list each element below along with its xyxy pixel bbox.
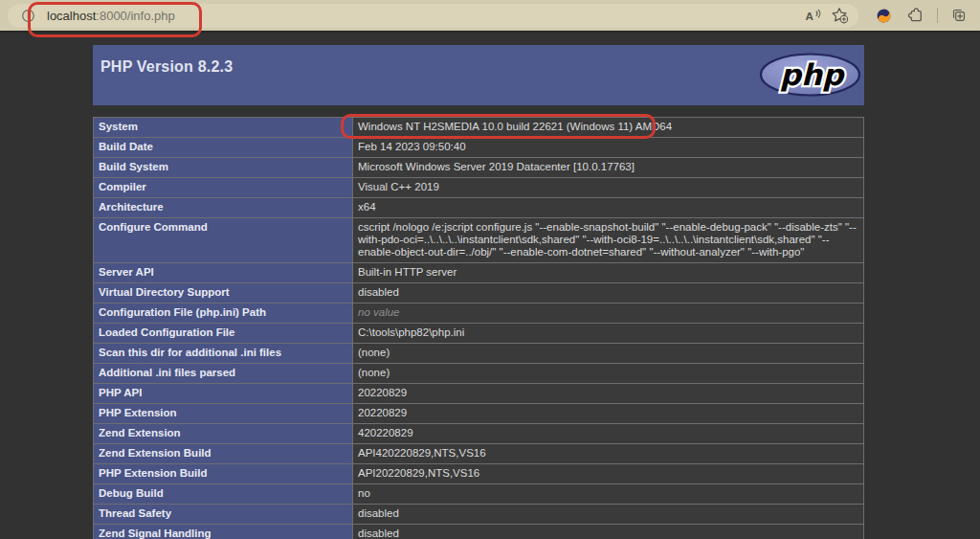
row-value: Built-in HTTP server [353, 263, 864, 283]
table-row: Server APIBuilt-in HTTP server [94, 263, 864, 283]
table-row: Zend Extension BuildAPI420220829,NTS,VS1… [94, 444, 864, 464]
row-label: Zend Extension Build [94, 444, 353, 464]
row-value: 20220829 [353, 404, 864, 424]
browser-toolbar: localhost:8000/info.php A [0, 0, 980, 31]
row-label: PHP API [94, 384, 353, 404]
read-aloud-icon[interactable]: A [801, 4, 824, 27]
row-label: PHP Extension [94, 404, 353, 424]
table-row: PHP Extension BuildAPI20220829,NTS,VS16 [94, 464, 864, 484]
table-row: Architecturex64 [94, 198, 864, 218]
php-logo: php [759, 53, 861, 97]
row-label: System [94, 118, 353, 138]
row-label: Compiler [94, 178, 353, 198]
table-row: PHP API20220829 [94, 384, 864, 404]
phpinfo-header: PHP Version 8.2.3 php [93, 45, 864, 105]
table-row: Additional .ini files parsed(none) [94, 364, 864, 384]
row-value: API420220829,NTS,VS16 [353, 444, 864, 464]
row-label: Zend Extension [94, 424, 353, 444]
toolbar-divider [937, 8, 938, 23]
row-label: Build System [94, 158, 353, 178]
row-label: Configuration File (php.ini) Path [94, 303, 353, 324]
row-value: Windows NT H2SMEDIA 10.0 build 22621 (Wi… [353, 118, 864, 138]
row-label: Configure Command [94, 218, 353, 263]
row-value: C:\tools\php82\php.ini [353, 324, 864, 344]
row-value: Visual C++ 2019 [353, 178, 864, 198]
table-row: Configure Commandcscript /nologo /e:jscr… [94, 218, 864, 263]
row-value: Microsoft Windows Server 2019 Datacenter… [353, 158, 864, 178]
table-row: Build DateFeb 14 2023 09:50:40 [94, 138, 864, 158]
table-row: PHP Extension20220829 [94, 404, 864, 424]
row-value: disabled [353, 525, 864, 539]
row-value: API20220829,NTS,VS16 [353, 464, 864, 484]
row-label: Thread Safety [94, 505, 353, 525]
table-row: SystemWindows NT H2SMEDIA 10.0 build 226… [94, 118, 864, 138]
row-label: Loaded Configuration File [94, 324, 353, 344]
row-label: Architecture [94, 198, 353, 218]
phpinfo-content: PHP Version 8.2.3 php SystemWindows NT H… [93, 45, 864, 539]
table-row: CompilerVisual C++ 2019 [94, 178, 864, 198]
table-row: Debug Buildno [94, 484, 864, 505]
url-text: localhost:8000/info.php [47, 9, 175, 23]
row-value: no value [353, 303, 864, 324]
add-favorites-icon[interactable] [828, 4, 851, 27]
table-row: Build SystemMicrosoft Windows Server 201… [94, 158, 864, 178]
toolbar-right-actions [872, 4, 970, 27]
row-label: PHP Extension Build [94, 464, 353, 484]
row-value: x64 [353, 198, 864, 218]
phpinfo-table-body: SystemWindows NT H2SMEDIA 10.0 build 226… [94, 118, 864, 539]
table-row: Scan this dir for additional .ini files(… [94, 344, 864, 364]
row-value: Feb 14 2023 09:50:40 [353, 138, 864, 158]
row-value: 20220829 [353, 384, 864, 404]
row-label: Zend Signal Handling [94, 525, 353, 539]
table-row: Configuration File (php.ini) Pathno valu… [94, 303, 864, 324]
phpinfo-table: SystemWindows NT H2SMEDIA 10.0 build 226… [93, 117, 864, 539]
url-path: :8000/info.php [96, 9, 174, 23]
collections-icon[interactable] [947, 4, 970, 27]
row-value: disabled [353, 505, 864, 525]
row-value: disabled [353, 283, 864, 303]
row-label: Virtual Directory Support [94, 283, 353, 303]
row-value: cscript /nologo /e:jscript configure.js … [353, 218, 864, 263]
row-value: (none) [353, 344, 864, 364]
page-title: PHP Version 8.2.3 [93, 45, 864, 76]
svg-text:A: A [805, 10, 813, 22]
row-label: Server API [94, 263, 353, 283]
row-label: Debug Build [94, 484, 353, 505]
table-row: Virtual Directory Supportdisabled [94, 283, 864, 303]
phpinfo-page: PHP Version 8.2.3 php SystemWindows NT H… [0, 31, 980, 539]
extensions-puzzle-icon[interactable] [904, 4, 927, 27]
address-bar-actions: A [801, 4, 851, 27]
url-host: localhost [47, 9, 96, 23]
extension-logo-icon[interactable] [872, 4, 895, 27]
site-info-icon[interactable] [16, 4, 39, 27]
table-row: Thread Safetydisabled [94, 505, 864, 525]
php-logo-text: php [780, 57, 845, 92]
row-value: 420220829 [353, 424, 864, 444]
row-value: no [353, 484, 864, 505]
row-label: Build Date [94, 138, 353, 158]
address-bar[interactable]: localhost:8000/info.php A [8, 4, 858, 28]
row-value: (none) [353, 364, 864, 384]
table-row: Loaded Configuration FileC:\tools\php82\… [94, 324, 864, 344]
table-row: Zend Signal Handlingdisabled [94, 525, 864, 539]
table-row: Zend Extension420220829 [94, 424, 864, 444]
row-label: Additional .ini files parsed [94, 364, 353, 384]
row-label: Scan this dir for additional .ini files [94, 344, 353, 364]
